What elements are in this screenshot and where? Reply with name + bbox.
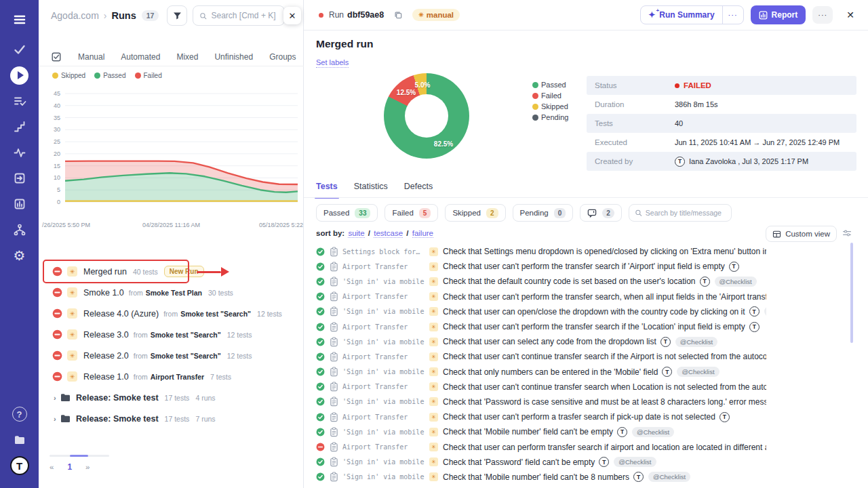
passed-status-icon (316, 307, 325, 316)
tab-statistics[interactable]: Statistics (354, 182, 388, 198)
test-row[interactable]: 'Sign in' via mobile✳Check that user can… (316, 334, 766, 349)
test-row[interactable]: Airport Transfer✳Check that user can't p… (316, 289, 766, 304)
passed-status-icon (316, 413, 325, 422)
passed-status-icon (316, 397, 325, 406)
horizontal-scrollbar[interactable] (50, 455, 109, 457)
run-list-item[interactable]: ✳Release 4.0 (Azure)fromSmoke test "Sear… (39, 303, 304, 324)
close-run-detail-button[interactable]: ✕ (844, 7, 857, 23)
filter-chip-comments[interactable]: 2 (580, 204, 622, 222)
detail-label: Created by (595, 157, 675, 165)
tab-tests[interactable]: Tests (316, 182, 338, 198)
filter-chip-skipped[interactable]: Skipped2 (445, 204, 505, 222)
set-labels-link[interactable]: Set labels (316, 58, 349, 68)
runs-tab-unfinished[interactable]: Unfinished (214, 52, 253, 62)
horizontal-scrollbar-thumb[interactable] (70, 455, 88, 457)
test-row[interactable]: 'Sign in' via mobile✳Check that the defa… (316, 274, 766, 289)
help-icon[interactable]: ? (7, 401, 33, 427)
manual-icon: ✳ (67, 371, 77, 382)
run-summary-more-button[interactable]: ··· (722, 6, 743, 24)
filter-chip-label: Failed (392, 209, 413, 217)
chevron-right-icon[interactable]: › (54, 394, 60, 402)
filter-chip-pending[interactable]: Pending0 (513, 204, 574, 222)
copy-run-id-button[interactable] (393, 10, 403, 20)
custom-view-button[interactable]: Custom view (766, 226, 837, 242)
runs-tab-groups[interactable]: Groups (269, 52, 296, 62)
test-row[interactable]: Airport Transfer✳Check that user can't c… (316, 380, 766, 394)
test-row[interactable]: 'Sign in' via mobile✳Check that 'Mobile … (316, 470, 766, 485)
tab-defects[interactable]: Defects (404, 182, 433, 198)
run-folder-item[interactable]: ›Release: Smoke test17 tests4 runs (39, 387, 304, 408)
test-row[interactable]: Airport Transfer✳Check that user can't p… (316, 259, 766, 274)
manual-icon: ✳ (429, 382, 438, 391)
failed-status-icon (52, 308, 62, 319)
run-summary-button[interactable]: ✦Run Summary (641, 6, 722, 24)
tests-search-input[interactable] (646, 209, 726, 217)
runs-search-input[interactable] (212, 11, 278, 20)
pagination-prev[interactable]: « (50, 463, 54, 471)
test-row[interactable]: 'Sign in' via mobile✳Check that user can… (316, 304, 766, 319)
test-row[interactable]: Airport Transfer✳Check that user can't p… (316, 409, 766, 424)
run-list-item[interactable]: ✳Release 2.0fromSmoke test "Search"12 te… (39, 345, 304, 366)
test-row[interactable]: Airport Transfer✳Check that user can't p… (316, 319, 766, 334)
test-row[interactable]: 'Sign in' via mobile✳Check that 'Passwor… (316, 455, 766, 470)
run-list-item[interactable]: ✳Smoke 1.0fromSmoke Test Plan30 tests (39, 282, 304, 303)
pagination-next[interactable]: » (85, 463, 90, 471)
run-list-item[interactable]: ✳Release 1.0fromAirport Transfer7 tests (39, 366, 304, 387)
run-from-label: from (134, 352, 148, 360)
testcase-icon (330, 427, 338, 437)
filter-button[interactable] (167, 5, 187, 26)
more-actions-button[interactable]: ··· (812, 6, 833, 24)
settings-icon[interactable]: ⚙ (7, 243, 33, 268)
panel-close-button[interactable]: ✕ (283, 7, 301, 24)
sort-option-suite[interactable]: suite (348, 229, 364, 238)
testcase-icon (330, 367, 338, 377)
run-status-dot (319, 13, 323, 18)
test-cases-icon[interactable] (7, 37, 33, 62)
checklist-tag: @Checklist (764, 306, 766, 317)
testcase-icon (330, 322, 338, 332)
pagination: « 1 » (50, 462, 90, 472)
detail-row-executed: ExecutedJun 11, 2025 10:41 AM → Jun 27, … (587, 133, 856, 152)
menu-icon[interactable] (7, 7, 33, 33)
sort-option-testcase[interactable]: testcase (374, 229, 403, 238)
run-list-item[interactable]: ✳Release 3.0fromSmoke test "Search"12 te… (39, 324, 304, 345)
projects-icon[interactable] (7, 427, 33, 453)
test-row[interactable]: 'Sign in' via mobile✳Check that only num… (316, 365, 766, 380)
select-runs-icon[interactable] (51, 52, 62, 62)
user-avatar[interactable]: T (7, 453, 33, 479)
chevron-right-icon[interactable]: › (54, 415, 60, 423)
checklists-icon[interactable] (7, 88, 33, 114)
integrations-icon[interactable] (7, 217, 33, 243)
svg-text:15: 15 (54, 163, 60, 169)
runs-tab-mixed[interactable]: Mixed (176, 52, 198, 62)
run-folder-item[interactable]: ›Release: Smoke test17 tests7 runs (39, 408, 304, 429)
tests-search[interactable] (629, 204, 732, 222)
test-row[interactable]: 'Sign in' via mobile✳Check that 'Mobile … (316, 424, 766, 439)
test-row[interactable]: Settings block for…✳Check that Settings … (316, 244, 766, 259)
sort-option-failure[interactable]: failure (412, 229, 433, 238)
legend-dot (532, 104, 538, 110)
test-row[interactable]: 'Sign in' via mobile✳Check that 'Passwor… (316, 394, 766, 409)
run-list-item[interactable]: ✳Merged run40 testsNew Run (39, 261, 304, 282)
activity-icon[interactable] (7, 140, 33, 165)
pagination-current-page[interactable]: 1 (67, 462, 72, 472)
vertical-scrollbar-thumb[interactable] (850, 243, 853, 343)
test-runs-icon[interactable] (7, 62, 33, 88)
test-row[interactable]: Airport Transfer✳Check that user can per… (316, 439, 766, 454)
reports-icon[interactable] (7, 191, 33, 217)
testcase-icon (330, 322, 338, 332)
runs-tab-automated[interactable]: Automated (121, 52, 160, 62)
runs-tab-manual[interactable]: Manual (78, 52, 104, 62)
milestones-icon[interactable] (7, 114, 33, 140)
view-settings-icon[interactable] (842, 228, 852, 238)
filter-chip-failed[interactable]: Failed5 (384, 204, 438, 222)
tests-list: Settings block for…✳Check that Settings … (316, 244, 766, 485)
filter-chip-passed[interactable]: Passed33 (316, 204, 378, 222)
passed-status-icon (316, 277, 325, 286)
passed-status-icon (316, 323, 325, 331)
inbox-icon[interactable] (7, 165, 33, 191)
breadcrumb-project[interactable]: Agoda.com (51, 10, 99, 21)
report-button[interactable]: Report (751, 5, 806, 24)
runs-search[interactable] (193, 5, 285, 26)
test-row[interactable]: Airport Transfer✳Check that user can't c… (316, 349, 766, 364)
